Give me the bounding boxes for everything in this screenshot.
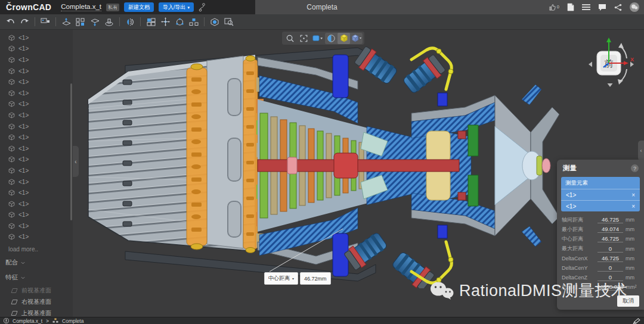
document-icon[interactable] (567, 3, 574, 11)
revolve-button[interactable] (103, 16, 116, 28)
help-icon[interactable]: ? (631, 164, 639, 172)
tree-item[interactable]: <1> (0, 176, 73, 188)
measure-row-value[interactable]: 0 (597, 264, 623, 272)
view-cube[interactable]: 前 X (586, 35, 636, 89)
breadcrumb-separator: > (46, 318, 49, 324)
tree-item[interactable]: <1> (0, 43, 73, 55)
tree-item[interactable]: <1> (0, 154, 73, 166)
chat-icon[interactable] (598, 4, 606, 11)
display-settings-button[interactable] (39, 16, 52, 28)
load-more-link[interactable]: load more.. (0, 242, 73, 255)
tree-item[interactable]: <1> (0, 232, 73, 243)
component-display-button[interactable] (350, 33, 363, 44)
private-badge: 私有 (106, 4, 119, 11)
view-toolbar (282, 32, 364, 45)
list-icon[interactable] (582, 4, 590, 11)
tree-item[interactable]: <1> (0, 220, 73, 232)
isolate-button[interactable] (338, 33, 350, 44)
exhaust-nozzle[interactable] (495, 85, 559, 247)
tree-item-label: <1> (18, 211, 29, 218)
measure-row-value[interactable]: 46.725 (597, 216, 623, 223)
tree-item[interactable]: <1> (0, 132, 73, 143)
tree-item[interactable]: <1> (0, 99, 73, 110)
part-cube-icon (8, 223, 15, 229)
selected-ring-2[interactable] (243, 56, 258, 253)
share-icon[interactable] (614, 4, 622, 11)
viewcube-rotate-ccw[interactable] (620, 69, 627, 82)
tree-item[interactable]: <1> (0, 110, 73, 121)
view-orientation-button[interactable] (208, 16, 221, 28)
rotate-component-button[interactable] (173, 16, 186, 28)
cancel-button[interactable]: 取消 (617, 295, 639, 307)
tree-item[interactable]: <1> (0, 121, 73, 132)
caret-down-icon: ▾ (292, 276, 294, 281)
panel-collapse-tab[interactable]: ‹ (638, 141, 644, 161)
tree-item[interactable]: <1> (0, 76, 73, 88)
measure-row-value[interactable]: 46.725 (597, 235, 623, 242)
tree-item[interactable]: <1> (0, 165, 73, 176)
top-bar-right: 0 (549, 0, 639, 14)
part-cube-icon (8, 90, 15, 96)
measure-panel: 测量 ? 测量元素 <1> × <1> × 轴间距离 (557, 160, 644, 310)
zoom-tool-button[interactable] (284, 33, 296, 44)
tree-item-label: <1> (18, 68, 29, 74)
measure-row-value[interactable]: 0 (597, 274, 623, 281)
close-icon[interactable]: × (631, 192, 635, 198)
selection-item[interactable]: <1> × (561, 200, 640, 211)
section-mates[interactable]: 配合 (0, 255, 73, 270)
part-cube-icon (8, 233, 15, 240)
tree-item[interactable]: <1> (0, 32, 73, 43)
undo-button[interactable] (4, 16, 17, 28)
sidebar-collapse-tab[interactable]: ‹ (73, 146, 79, 177)
new-document-button[interactable]: 新建文档 (124, 2, 154, 12)
section-view-button[interactable] (325, 33, 338, 44)
mirror-button[interactable] (123, 16, 137, 28)
fan-case-panel[interactable] (207, 56, 243, 248)
zoom-area-button[interactable] (222, 16, 236, 28)
selected-ring-1[interactable] (187, 64, 207, 250)
cut-button[interactable] (88, 16, 101, 28)
datum-plane-item[interactable]: 前视基准面 (0, 285, 73, 296)
edit-pencil-button[interactable] (633, 317, 640, 324)
tree-item[interactable]: <1> (0, 210, 73, 221)
extrude-button[interactable] (60, 16, 73, 28)
pattern-button[interactable] (74, 16, 87, 28)
version-branch-icon[interactable] (199, 3, 206, 12)
move-component-button[interactable] (159, 16, 172, 28)
crowncad-logo[interactable]: ČrownCAD (6, 2, 51, 12)
viewcube-down-arrow[interactable] (608, 83, 613, 87)
redo-button[interactable] (18, 16, 31, 28)
tree-item[interactable]: <1> (0, 66, 73, 77)
import-export-button[interactable]: 导入/导出 ▾ (159, 2, 194, 12)
tree-item[interactable]: <1> (0, 187, 73, 198)
display-style-button[interactable] (311, 33, 324, 44)
engine-model[interactable] (78, 43, 562, 288)
user-avatar[interactable] (630, 2, 639, 12)
assembly-button[interactable] (187, 16, 200, 28)
datum-plane-item[interactable]: 右视基准面 (0, 296, 73, 307)
model-viewport[interactable]: ‹ ‹ (73, 30, 644, 317)
viewcube-left-arrow[interactable] (589, 62, 592, 67)
selection-item[interactable]: <1> × (561, 189, 640, 200)
section-features[interactable]: 特征 (0, 270, 73, 285)
statusbar-doc[interactable]: Completa.x_t (13, 318, 42, 324)
measure-row-value[interactable]: 49.074 (597, 226, 623, 233)
fit-view-button[interactable] (298, 33, 310, 44)
tree-item[interactable]: <1> (0, 143, 73, 154)
callout-type-dropdown[interactable]: 中心距离 ▾ (264, 272, 298, 285)
close-icon[interactable]: × (631, 203, 635, 210)
sidebar-scrollbar[interactable] (70, 83, 72, 220)
measure-row-unit: mm² (626, 284, 639, 290)
tree-item[interactable]: <1> (0, 88, 73, 99)
like-button[interactable]: 0 (549, 4, 559, 11)
caret-down-icon: ▾ (188, 5, 190, 10)
statusbar-assembly[interactable]: Completa (62, 318, 83, 324)
doc-name[interactable]: Completa.x_t (61, 3, 101, 11)
measure-row-value[interactable]: 46.725 (597, 255, 623, 262)
tree-item[interactable]: <1> (0, 54, 73, 66)
tree-item[interactable]: <1> (0, 198, 73, 210)
measure-row-value[interactable]: 44858.033 (597, 284, 624, 291)
measure-row-value[interactable]: 0 (597, 245, 623, 253)
grid-view-button[interactable] (144, 16, 157, 28)
measure-row: 轴间距离 46.725 mm (557, 215, 644, 225)
